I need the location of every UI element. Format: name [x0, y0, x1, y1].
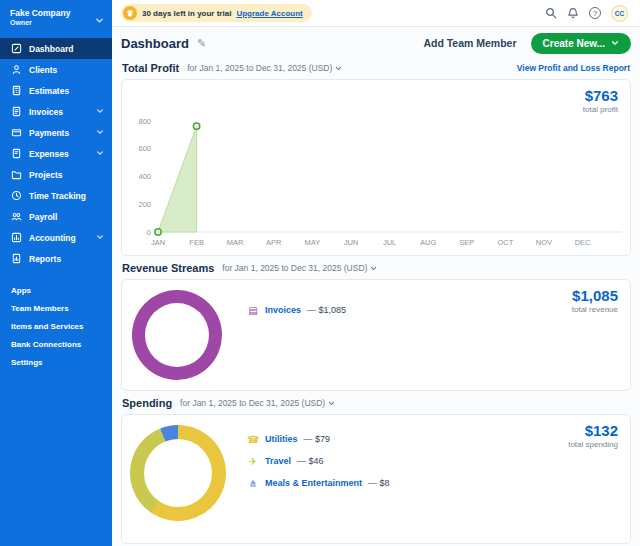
sidebar-item-label: Time Tracking	[29, 191, 86, 201]
chevron-down-icon	[335, 65, 342, 72]
legend-item-meals-entertainment: ⋔Meals & Entertainment— $8	[247, 472, 390, 494]
legend-category-link[interactable]: Meals & Entertainment	[265, 478, 362, 488]
accounting-icon	[11, 232, 22, 243]
svg-text:AUG: AUG	[420, 238, 436, 247]
legend-item-utilities: ☎Utilities— $79	[247, 428, 390, 450]
sidebar-item-payroll[interactable]: Payroll	[0, 206, 112, 227]
sidebar-item-reports[interactable]: Reports	[0, 248, 112, 269]
legend-value: — $1,085	[307, 305, 346, 315]
sidebar-item-bank-connections[interactable]: Bank Connections	[0, 335, 112, 353]
chevron-down-icon	[96, 128, 104, 138]
svg-text:OCT: OCT	[497, 238, 513, 247]
sidebar-item-team-members[interactable]: Team Members	[0, 299, 112, 317]
sidebar-item-expenses[interactable]: Expenses	[0, 143, 112, 164]
expenses-icon	[11, 148, 22, 159]
revenue-total-label: total revenue	[572, 305, 618, 314]
revenue-legend: ▤Invoices— $1,085	[247, 299, 346, 321]
sidebar-item-label: Projects	[29, 170, 63, 180]
invoices-icon	[11, 106, 22, 117]
spending-title: Spending	[122, 397, 172, 409]
sidebar-secondary-nav: AppsTeam MembersItems and ServicesBank C…	[0, 281, 112, 371]
sidebar-item-label: Reports	[29, 254, 61, 264]
spending-donut-chart	[130, 425, 226, 521]
add-team-member-button[interactable]: Add Team Member	[423, 37, 516, 49]
svg-text:0: 0	[147, 228, 151, 237]
legend-category-link[interactable]: Utilities	[265, 434, 298, 444]
company-selector[interactable]: Fake Company Owner	[0, 0, 112, 34]
legend-item-invoices: ▤Invoices— $1,085	[247, 299, 346, 321]
help-icon[interactable]: ?	[589, 7, 601, 19]
create-new-button[interactable]: Create New...	[531, 33, 631, 54]
profit-date-range-selector[interactable]: for Jan 1, 2025 to Dec 31, 2025 (USD)	[187, 63, 342, 73]
edit-pencil-icon[interactable]: ✎	[197, 37, 206, 50]
chevron-down-icon	[370, 265, 377, 272]
revenue-total-amount: $1,085	[572, 287, 618, 304]
invoice-icon: ▤	[247, 305, 259, 316]
spending-total-label: total spending	[568, 440, 618, 449]
company-name: Fake Company	[10, 8, 95, 19]
spending-total: $132 total spending	[568, 422, 618, 449]
profit-total-amount: $763	[583, 87, 618, 104]
payments-icon	[11, 127, 22, 138]
clients-icon	[11, 64, 22, 75]
main-area: ♛ 30 days left in your trial Upgrade Acc…	[112, 0, 640, 546]
sidebar-nav: DashboardClientsEstimatesInvoicesPayment…	[0, 38, 112, 269]
sidebar-item-clients[interactable]: Clients	[0, 59, 112, 80]
sidebar-item-label: Payments	[29, 128, 69, 138]
view-profit-loss-report-link[interactable]: View Profit and Loss Report	[517, 63, 630, 73]
sidebar-item-settings[interactable]: Settings	[0, 353, 112, 371]
reports-icon	[11, 253, 22, 264]
chevron-down-icon	[96, 107, 104, 117]
chevron-down-icon	[96, 149, 104, 159]
sidebar-item-payments[interactable]: Payments	[0, 122, 112, 143]
svg-text:600: 600	[138, 144, 151, 153]
revenue-streams-title: Revenue Streams	[122, 262, 214, 274]
content: Dashboard ✎ Add Team Member Create New..…	[112, 27, 640, 546]
time-tracking-icon	[11, 190, 22, 201]
sidebar-item-time-tracking[interactable]: Time Tracking	[0, 185, 112, 206]
svg-text:200: 200	[138, 200, 151, 209]
sidebar-item-projects[interactable]: Projects	[0, 164, 112, 185]
trial-text: 30 days left in your trial	[142, 9, 231, 18]
sidebar-item-estimates[interactable]: Estimates	[0, 80, 112, 101]
revenue-donut-chart	[132, 290, 222, 380]
revenue-streams-section: Revenue Streams for Jan 1, 2025 to Dec 3…	[121, 262, 631, 391]
spending-legend: ☎Utilities— $79✈Travel— $46⋔Meals & Ente…	[247, 428, 390, 494]
revenue-total: $1,085 total revenue	[572, 287, 618, 314]
avatar[interactable]: CC	[611, 5, 628, 22]
svg-text:JAN: JAN	[151, 238, 165, 247]
profit-total-label: total profit	[583, 105, 618, 114]
total-profit-title: Total Profit	[122, 62, 179, 74]
sidebar-item-invoices[interactable]: Invoices	[0, 101, 112, 122]
total-profit-card: 0200400600800JANFEBMARAPRMAYJUNJULAUGSEP…	[121, 79, 631, 256]
revenue-date-range-selector[interactable]: for Jan 1, 2025 to Dec 31, 2025 (USD)	[222, 263, 377, 273]
sidebar-item-label: Expenses	[29, 149, 69, 159]
legend-category-link[interactable]: Invoices	[265, 305, 301, 315]
legend-category-link[interactable]: Travel	[265, 456, 291, 466]
sidebar-item-label: Invoices	[29, 107, 63, 117]
upgrade-account-link[interactable]: Upgrade Account	[236, 9, 302, 18]
sidebar-item-items-and-services[interactable]: Items and Services	[0, 317, 112, 335]
spending-date-range-selector[interactable]: for Jan 1, 2025 to Dec 31, 2025 (USD)	[180, 398, 335, 408]
plane-icon: ✈	[247, 456, 259, 467]
search-icon[interactable]	[545, 7, 557, 19]
utensils-icon: ⋔	[247, 478, 259, 489]
svg-text:FEB: FEB	[189, 238, 204, 247]
sidebar-item-apps[interactable]: Apps	[0, 281, 112, 299]
chevron-down-icon	[611, 39, 619, 47]
revenue-card: ▤Invoices— $1,085 $1,085 total revenue	[121, 279, 631, 391]
projects-icon	[11, 169, 22, 180]
top-bar: ♛ 30 days left in your trial Upgrade Acc…	[112, 0, 640, 27]
svg-text:MAY: MAY	[305, 238, 321, 247]
page-title: Dashboard	[121, 36, 189, 51]
payroll-icon	[11, 211, 22, 222]
bell-icon[interactable]	[567, 7, 579, 19]
estimates-icon	[11, 85, 22, 96]
page-header: Dashboard ✎ Add Team Member Create New..…	[121, 30, 631, 56]
sidebar-item-label: Accounting	[29, 233, 76, 243]
sidebar-item-accounting[interactable]: Accounting	[0, 227, 112, 248]
sidebar-item-dashboard[interactable]: Dashboard	[0, 38, 112, 59]
phone-icon: ☎	[247, 434, 259, 445]
svg-text:DEC: DEC	[575, 238, 591, 247]
svg-text:MAR: MAR	[227, 238, 244, 247]
